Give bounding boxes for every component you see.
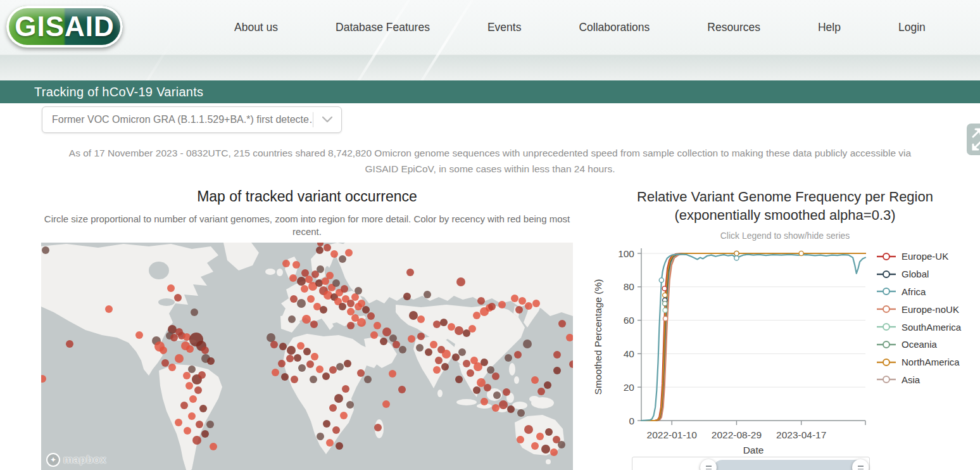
- variant-select-value: Former VOC Omicron GRA (B.1.1.529+BA.*) …: [42, 114, 313, 125]
- legend-marker-icon: [877, 322, 896, 331]
- legend-item-northamerica[interactable]: NorthAmerica: [877, 353, 961, 371]
- main-nav: About usDatabase FeaturesEventsCollabora…: [234, 0, 926, 55]
- map-description: Circle size proportional to number of va…: [40, 213, 574, 238]
- legend-item-asia[interactable]: Asia: [877, 371, 961, 389]
- legend-item-africa[interactable]: Africa: [877, 283, 961, 301]
- legend-label: Europe-noUK: [901, 304, 959, 315]
- chart-subtitle: Click Legend to show/hide series: [595, 231, 975, 241]
- page-title-bar: Tracking of hCoV-19 Variants: [0, 80, 980, 103]
- svg-text:Date: Date: [743, 445, 764, 455]
- date-range-slider[interactable]: [632, 457, 870, 470]
- legend-label: Africa: [901, 286, 926, 297]
- legend-marker-icon: [877, 287, 896, 296]
- range-handle-left[interactable]: [700, 459, 717, 470]
- legend-label: Oceania: [901, 339, 937, 350]
- variant-select[interactable]: Former VOC Omicron GRA (B.1.1.529+BA.*) …: [42, 106, 342, 133]
- legend-label: SouthAmerica: [901, 322, 961, 333]
- nav-item-collaborations[interactable]: Collaborations: [579, 21, 650, 34]
- chart-title-line1: Relative Variant Genome Frequency per Re…: [637, 189, 933, 205]
- expand-arrows-icon: [970, 125, 980, 153]
- svg-text:100: 100: [618, 248, 634, 259]
- svg-text:2022-08-29: 2022-08-29: [712, 429, 762, 440]
- svg-text:Smoothed Percentage (%): Smoothed Percentage (%): [593, 279, 603, 395]
- expand-panel-button[interactable]: [967, 124, 980, 155]
- date-range-selected[interactable]: [713, 460, 864, 470]
- legend-label: Global: [901, 269, 929, 279]
- as-of-summary: As of 17 November 2023 - 0832UTC, 215 co…: [61, 145, 919, 177]
- legend-item-europe-uk[interactable]: Europe-UK: [877, 248, 961, 265]
- map-title: Map of tracked variant occurrence: [41, 188, 573, 205]
- nav-item-resources[interactable]: Resources: [707, 21, 760, 34]
- svg-text:2022-01-10: 2022-01-10: [647, 429, 698, 440]
- world-map-canvas: [41, 243, 573, 470]
- page-title: Tracking of hCoV-19 Variants: [0, 80, 980, 103]
- chart-legend: Europe-UKGlobalAfricaEurope-noUKSouthAme…: [877, 248, 961, 388]
- svg-text:60: 60: [624, 315, 635, 326]
- legend-label: Europe-UK: [901, 251, 948, 262]
- header-sub-band: [0, 55, 980, 80]
- range-handle-right[interactable]: [852, 459, 869, 470]
- nav-item-events[interactable]: Events: [487, 21, 522, 34]
- variant-map[interactable]: ✦ mapbox: [41, 243, 573, 470]
- frequency-line-chart[interactable]: 0204060801002022-01-102022-08-292023-04-…: [592, 243, 877, 459]
- mapbox-wordmark: mapbox: [63, 454, 106, 466]
- nav-item-login[interactable]: Login: [898, 21, 926, 34]
- svg-text:0: 0: [629, 416, 634, 426]
- svg-text:2023-04-17: 2023-04-17: [776, 429, 826, 440]
- svg-text:40: 40: [624, 348, 635, 359]
- chart-title: Relative Variant Genome Frequency per Re…: [595, 187, 975, 224]
- gisaid-logo[interactable]: GISAID: [6, 6, 123, 48]
- mapbox-icon: ✦: [46, 453, 60, 467]
- nav-item-help[interactable]: Help: [818, 21, 841, 34]
- legend-item-europe-nouk[interactable]: Europe-noUK: [877, 300, 961, 318]
- gisaid-logo-text: GISAID: [15, 11, 115, 42]
- nav-item-database-features[interactable]: Database Features: [336, 21, 430, 34]
- chevron-down-icon: [313, 117, 341, 123]
- legend-label: Asia: [901, 374, 920, 385]
- legend-marker-icon: [877, 340, 896, 349]
- legend-marker-icon: [877, 305, 896, 314]
- legend-marker-icon: [877, 358, 896, 367]
- legend-item-oceania[interactable]: Oceania: [877, 336, 961, 353]
- mapbox-attribution[interactable]: ✦ mapbox: [46, 453, 106, 467]
- legend-item-southamerica[interactable]: SouthAmerica: [877, 318, 961, 336]
- svg-text:80: 80: [624, 281, 635, 292]
- legend-marker-icon: [877, 270, 896, 279]
- legend-marker-icon: [877, 252, 896, 261]
- chart-title-line2: (exponentially smoothed alpha=0.3): [674, 207, 895, 223]
- legend-item-global[interactable]: Global: [877, 265, 961, 283]
- legend-marker-icon: [877, 375, 896, 384]
- nav-item-about-us[interactable]: About us: [234, 21, 278, 34]
- legend-label: NorthAmerica: [901, 357, 960, 367]
- svg-text:20: 20: [624, 382, 635, 393]
